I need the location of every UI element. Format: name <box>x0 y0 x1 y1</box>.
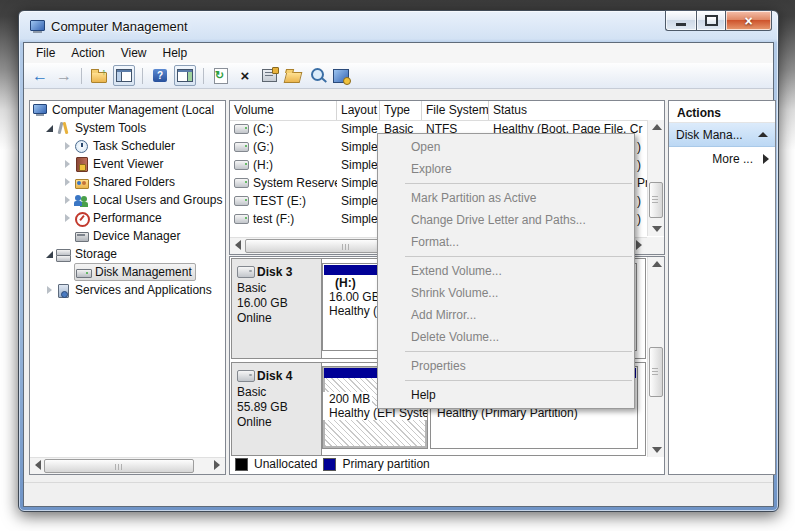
tree-item-system-tools[interactable]: System Tools <box>30 119 225 137</box>
menu-view[interactable]: View <box>113 44 155 62</box>
tree-item-computer-management[interactable]: Computer Management (Local <box>30 101 225 119</box>
folder-up-button[interactable]: ↑ <box>89 66 109 85</box>
show-action-pane-button[interactable] <box>174 65 196 86</box>
tree-label: Disk Management <box>95 265 192 279</box>
menu-help[interactable]: Help <box>155 44 196 62</box>
disk-status: Online <box>237 415 321 430</box>
tree-item-storage[interactable]: Storage <box>30 245 225 263</box>
menu-bar: File Action View Help <box>24 43 773 63</box>
scrollbar-thumb[interactable] <box>649 347 663 397</box>
menu-separator <box>405 380 632 381</box>
window-title: Computer Management <box>51 19 188 34</box>
disk-graph-vertical-scrollbar[interactable] <box>647 257 664 457</box>
volume-status-fragment: ) <box>637 158 641 172</box>
volume-name: System Reserved <box>253 176 337 190</box>
disk-status: Online <box>237 311 321 326</box>
tree-item-performance[interactable]: Performance <box>30 209 225 227</box>
scroll-right-arrow-icon[interactable] <box>214 460 220 470</box>
menu-separator <box>405 351 632 352</box>
refresh-button[interactable] <box>211 66 231 85</box>
manage-button[interactable] <box>331 66 351 85</box>
scroll-up-arrow-icon[interactable] <box>652 124 662 130</box>
expand-expander-icon[interactable] <box>44 284 56 296</box>
back-button[interactable]: ← <box>30 66 50 85</box>
volume-icon <box>234 160 249 170</box>
volume-list-vertical-scrollbar[interactable] <box>647 120 664 236</box>
menu-item-properties[interactable]: Properties <box>378 355 634 377</box>
menu-action[interactable]: Action <box>63 44 112 62</box>
open-button[interactable] <box>283 66 303 85</box>
open-folder-icon <box>284 72 303 83</box>
collapse-expander-icon[interactable] <box>44 248 56 260</box>
help-button[interactable]: ? <box>150 66 170 85</box>
expand-expander-icon[interactable] <box>62 194 74 206</box>
more-actions-item[interactable]: More ... <box>669 147 775 171</box>
volume-icon <box>234 214 249 224</box>
tree-item-services-applications[interactable]: Services and Applications <box>30 281 225 299</box>
primary-partition-swatch-icon <box>323 458 336 471</box>
minimize-icon <box>676 23 686 26</box>
column-header-file-system[interactable]: File System <box>422 101 489 120</box>
disk-icon <box>237 370 255 382</box>
delete-icon: × <box>241 68 250 83</box>
expand-expander-icon[interactable] <box>62 176 74 188</box>
toolbar-separator <box>142 68 143 84</box>
actions-group-disk-management[interactable]: Disk Mana... <box>669 123 775 147</box>
disk4-label[interactable]: Disk 4 Basic 55.89 GB Online <box>232 363 322 455</box>
column-header-volume[interactable]: Volume <box>230 101 337 120</box>
tree-horizontal-scrollbar[interactable] <box>30 457 225 474</box>
properties-button[interactable] <box>259 66 279 85</box>
manage-computer-icon <box>333 69 349 83</box>
tree-item-shared-folders[interactable]: Shared Folders <box>30 173 225 191</box>
tree-item-event-viewer[interactable]: Event Viewer <box>30 155 225 173</box>
disk3-label[interactable]: Disk 3 Basic 16.00 GB Online <box>232 259 322 358</box>
volume-icon <box>234 196 249 206</box>
menu-item-shrink-volume[interactable]: Shrink Volume... <box>378 282 634 304</box>
find-button[interactable] <box>307 66 327 85</box>
scroll-down-arrow-icon[interactable] <box>652 447 662 453</box>
volume-status-fragment: ) <box>637 212 641 226</box>
show-console-tree-button[interactable] <box>113 65 135 86</box>
menu-item-delete-volume[interactable]: Delete Volume... <box>378 326 634 348</box>
scroll-right-arrow-icon[interactable] <box>636 240 642 250</box>
tree-label: Task Scheduler <box>93 139 175 153</box>
menu-item-open[interactable]: Open <box>378 136 634 158</box>
expand-expander-icon[interactable] <box>62 212 74 224</box>
scroll-down-arrow-icon[interactable] <box>652 226 662 232</box>
tree-item-task-scheduler[interactable]: Task Scheduler <box>30 137 225 155</box>
collapse-expander-icon[interactable] <box>44 122 56 134</box>
gauge-icon <box>74 211 89 225</box>
caption-buttons: × <box>665 10 772 31</box>
collapse-arrow-icon[interactable] <box>758 132 768 137</box>
menu-item-add-mirror[interactable]: Add Mirror... <box>378 304 634 326</box>
maximize-button[interactable] <box>696 10 726 31</box>
scroll-left-arrow-icon[interactable] <box>235 240 241 250</box>
column-header-type[interactable]: Type <box>380 101 422 120</box>
scrollbar-thumb[interactable] <box>44 459 194 473</box>
column-header-layout[interactable]: Layout <box>337 101 380 120</box>
menu-file[interactable]: File <box>28 44 63 62</box>
minimize-button[interactable] <box>665 10 696 31</box>
menu-item-help[interactable]: Help <box>378 384 634 406</box>
tree-item-device-manager[interactable]: Device Manager <box>30 227 225 245</box>
column-header-status[interactable]: Status <box>489 101 664 120</box>
menu-item-explore[interactable]: Explore <box>378 158 634 180</box>
forward-button[interactable]: → <box>54 66 74 85</box>
delete-button[interactable]: × <box>235 66 255 85</box>
menu-item-mark-partition-active[interactable]: Mark Partition as Active <box>378 187 634 209</box>
scroll-left-arrow-icon[interactable] <box>35 460 41 470</box>
expand-expander-icon[interactable] <box>62 158 74 170</box>
menu-item-extend-volume[interactable]: Extend Volume... <box>378 260 634 282</box>
tree-label: Event Viewer <box>93 157 163 171</box>
tree-item-local-users-groups[interactable]: Local Users and Groups <box>30 191 225 209</box>
close-button[interactable]: × <box>726 10 772 31</box>
tools-icon <box>56 121 71 135</box>
expand-expander-icon[interactable] <box>62 140 74 152</box>
close-icon: × <box>744 14 752 28</box>
scroll-up-arrow-icon[interactable] <box>652 261 662 267</box>
scrollbar-thumb[interactable] <box>649 182 663 218</box>
maximize-icon <box>705 15 718 26</box>
tree-item-disk-management[interactable]: Disk Management <box>30 263 225 281</box>
menu-item-change-drive-letter[interactable]: Change Drive Letter and Paths... <box>378 209 634 231</box>
menu-item-format[interactable]: Format... <box>378 231 634 253</box>
